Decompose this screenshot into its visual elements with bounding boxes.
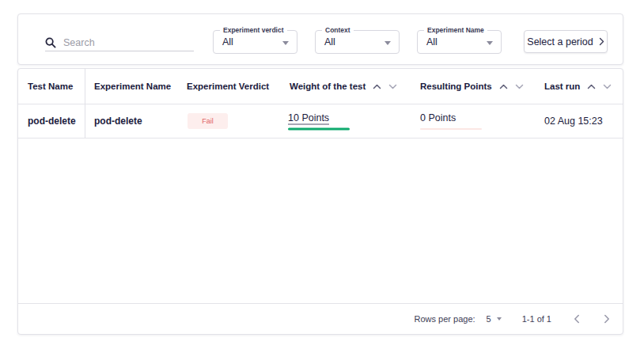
chevron-right-icon [599, 37, 604, 46]
filter-bar: Experiment verdict All Context All Exper… [17, 13, 623, 65]
context-select[interactable]: Context All [315, 30, 400, 54]
chevron-down-icon [388, 84, 397, 89]
chevron-down-icon [515, 84, 524, 89]
chevron-right-icon [604, 314, 610, 324]
cell-resulting-points: 0 Points [420, 112, 482, 130]
caret-down-icon [385, 41, 391, 45]
caret-down-icon [487, 41, 493, 45]
weight-value: 10 Points [288, 112, 329, 125]
select-value: All [426, 36, 438, 47]
chevron-up-icon [587, 84, 596, 89]
rows-per-page-value: 5 [487, 314, 491, 324]
table-row[interactable]: pod-delete pod-delete Fail 10 Points 0 P… [18, 104, 623, 138]
chevron-left-icon [574, 314, 580, 324]
select-label: Context [322, 26, 354, 34]
weight-progress-bar [288, 128, 350, 131]
sort-descending-weight-button[interactable] [388, 84, 397, 89]
previous-page-button[interactable] [572, 313, 581, 325]
rows-per-page-label: Rows per page: [415, 314, 475, 324]
chevron-down-icon [603, 84, 612, 89]
search-input[interactable] [63, 37, 194, 48]
table-header-row: Test Name Experiment Name Experiment Ver… [18, 69, 623, 104]
cell-experiment-name: pod-delete [94, 116, 142, 127]
select-label: Experiment verdict [220, 26, 287, 34]
select-value: All [324, 36, 335, 47]
column-header-resulting-points: Resulting Points [420, 82, 524, 91]
chevron-up-icon [373, 84, 381, 89]
experiment-results-page: Experiment verdict All Context All Exper… [0, 0, 644, 349]
rows-per-page-select[interactable]: 5 [487, 314, 502, 324]
column-header-test-name: Test Name [28, 82, 73, 91]
pagination-range: 1-1 of 1 [522, 314, 551, 324]
column-header-last-run-label: Last run [544, 82, 580, 91]
select-value: All [222, 36, 233, 47]
column-header-resulting-points-label: Resulting Points [420, 82, 492, 91]
experiment-verdict-select[interactable]: Experiment verdict All [213, 30, 297, 54]
sort-descending-last-run-button[interactable] [603, 84, 612, 89]
resulting-points-value: 0 Points [420, 112, 456, 125]
cell-weight: 10 Points [288, 112, 350, 131]
cell-last-run: 02 Aug 15:23 [544, 116, 603, 127]
table-footer: Rows per page: 5 1-1 of 1 [18, 303, 623, 334]
caret-down-icon [282, 41, 289, 45]
column-header-experiment-verdict: Experiment Verdict [187, 82, 269, 91]
next-page-button[interactable] [602, 313, 612, 325]
search-field[interactable] [45, 35, 194, 51]
column-header-last-run: Last run [544, 82, 612, 91]
chevron-up-icon [499, 84, 508, 89]
column-header-experiment-name: Experiment Name [94, 82, 171, 91]
select-period-button[interactable]: Select a period [524, 30, 608, 53]
sort-descending-points-button[interactable] [515, 84, 524, 89]
verdict-badge: Fail [188, 113, 228, 129]
experiment-name-select[interactable]: Experiment Name All [417, 30, 502, 54]
column-header-weight-label: Weight of the test [290, 82, 366, 91]
resulting-points-progress-bar [420, 128, 482, 130]
column-header-weight: Weight of the test [290, 82, 397, 91]
cell-test-name: pod-delete [28, 116, 76, 127]
caret-down-icon [497, 317, 502, 321]
select-label: Experiment Name [424, 26, 487, 34]
search-icon [45, 37, 56, 48]
results-table-card: Test Name Experiment Name Experiment Ver… [17, 68, 623, 335]
select-period-label: Select a period [527, 36, 593, 47]
sort-ascending-last-run-button[interactable] [587, 84, 596, 89]
sort-ascending-weight-button[interactable] [373, 84, 381, 89]
sort-ascending-points-button[interactable] [499, 84, 508, 89]
